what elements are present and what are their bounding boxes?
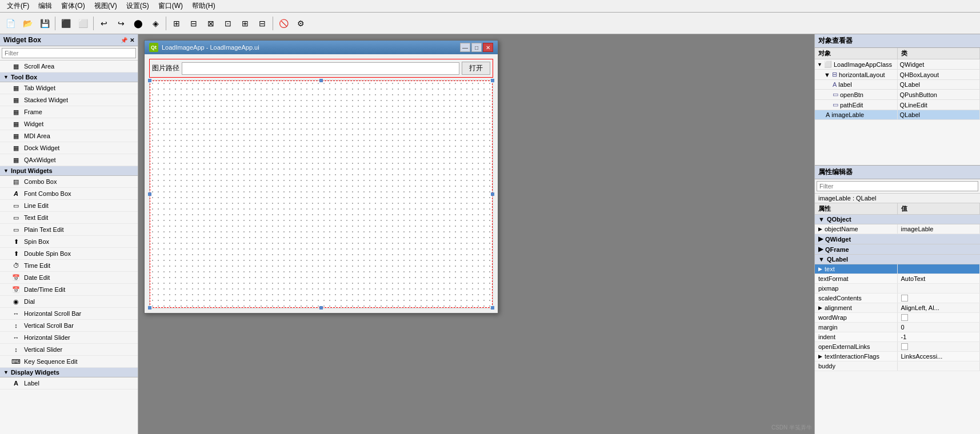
list-item-label[interactable]: A Label (0, 377, 138, 389)
resize-handle-ml[interactable] (148, 192, 151, 196)
list-item-v-scroll-bar[interactable]: ↕ Vertical Scroll Bar (0, 320, 138, 332)
prop-openexternallinks-checkbox[interactable] (901, 343, 908, 350)
prop-row-textinteractionflags[interactable]: ▶ textInteractionFlags LinksAccessi... (815, 352, 980, 361)
prop-row-wordwrap[interactable]: wordWrap (815, 313, 980, 323)
list-item-tab-widget[interactable]: ▦ Tab Widget (0, 82, 138, 94)
menu-file[interactable]: 文件(F) (2, 0, 34, 12)
prop-cell-indent-val[interactable]: -1 (898, 332, 981, 341)
list-item-date-edit[interactable]: 📅 Date Edit (0, 272, 138, 284)
list-item-h-scroll-bar[interactable]: ↔ Horizontal Scroll Bar (0, 308, 138, 320)
prop-cell-pixmap-val[interactable] (898, 284, 981, 293)
list-item-double-spin-box[interactable]: ⬆ Double Spin Box (0, 248, 138, 260)
prop-row-indent[interactable]: indent -1 (815, 332, 980, 342)
widget-box-pin-btn[interactable]: 📌 (121, 37, 127, 43)
list-item-spin-box[interactable]: ⬆ Spin Box (0, 236, 138, 248)
inspector-row-5[interactable]: A imageLable QLabel (815, 110, 980, 120)
list-item-v-slider[interactable]: ↕ Vertical Slider (0, 344, 138, 356)
list-item-combo-box[interactable]: ▤ Combo Box (0, 176, 138, 188)
qt-canvas[interactable] (149, 80, 493, 308)
menu-view[interactable]: 视图(V) (90, 0, 122, 12)
prop-row-textformat[interactable]: textFormat AutoText (815, 274, 980, 284)
prop-filter-input[interactable] (817, 181, 978, 191)
category-tool-box[interactable]: ▼ Tool Box (0, 73, 138, 82)
toolbar-btn15[interactable]: ⊟ (254, 15, 270, 31)
qt-maximize-btn[interactable]: □ (471, 43, 482, 52)
prop-row-scaledcontents[interactable]: scaledContents (815, 294, 980, 303)
prop-row-objectname[interactable]: ▶ objectName imageLable (815, 224, 980, 234)
toolbar-btn4[interactable]: ⬛ (58, 15, 74, 31)
toolbar-save-btn[interactable]: 💾 (37, 15, 53, 31)
list-item-dock-widget[interactable]: ▦ Dock Widget (0, 142, 138, 154)
list-item-key-seq-edit[interactable]: ⌨ Key Sequence Edit (0, 356, 138, 368)
toolbar-btn11[interactable]: ⊟ (186, 15, 202, 31)
qt-open-button[interactable]: 打开 (462, 62, 490, 75)
toolbar-open-btn[interactable]: 📂 (19, 15, 35, 31)
prop-row-pixmap[interactable]: pixmap (815, 284, 980, 294)
list-item-text-edit[interactable]: ▭ Text Edit (0, 212, 138, 224)
category-input-widgets[interactable]: ▼ Input Widgets (0, 166, 138, 176)
resize-handle-bc[interactable] (319, 306, 323, 310)
list-item-h-slider[interactable]: ↔ Horizontal Slider (0, 332, 138, 344)
inspector-row-3[interactable]: ▭ openBtn QPushButton (815, 90, 980, 100)
qt-close-btn[interactable]: ✕ (483, 43, 493, 52)
qt-path-edit[interactable] (182, 62, 459, 75)
menu-window[interactable]: 窗口(W) (154, 0, 187, 12)
category-display-widgets[interactable]: ▼ Display Widgets (0, 368, 138, 377)
menu-form[interactable]: 窗体(O) (57, 0, 89, 12)
prop-group-qlabel[interactable]: ▼ QLabel (815, 255, 980, 264)
prop-row-buddy[interactable]: buddy (815, 361, 980, 371)
toolbar-btn14[interactable]: ⊞ (237, 15, 253, 31)
prop-row-margin[interactable]: margin 0 (815, 323, 980, 332)
toolbar-new-btn[interactable]: 📄 (2, 15, 18, 31)
prop-cell-textformat-val[interactable]: AutoText (898, 274, 981, 283)
list-item-mdi-area[interactable]: ▦ MDI Area (0, 130, 138, 142)
list-item-qaxwidget[interactable]: ▦ QAxWidget (0, 154, 138, 166)
list-item-scroll-area[interactable]: ▦ Scroll Area (0, 61, 138, 73)
prop-wordwrap-checkbox[interactable] (901, 314, 908, 321)
resize-handle-mr[interactable] (491, 192, 494, 196)
prop-cell-margin-val[interactable]: 0 (898, 323, 981, 332)
toolbar-btn7[interactable]: ↪ (113, 15, 129, 31)
toolbar-btn8[interactable]: ⬤ (130, 15, 146, 31)
toolbar-btn12[interactable]: ⊠ (203, 15, 219, 31)
menu-settings[interactable]: 设置(S) (122, 0, 154, 12)
toolbar-btn13[interactable]: ⊡ (220, 15, 236, 31)
prop-group-qframe[interactable]: ▶ QFrame (815, 244, 980, 255)
inspector-row-0[interactable]: ▼ ⬜ LoadImageAppClass QWidget (815, 59, 980, 70)
resize-handle-tc[interactable] (319, 79, 323, 82)
list-item-stacked-widget[interactable]: ▦ Stacked Widget (0, 94, 138, 106)
list-item-time-edit[interactable]: ⏱ Time Edit (0, 260, 138, 272)
list-item-line-edit[interactable]: ▭ Line Edit (0, 200, 138, 212)
toolbar-btn10[interactable]: ⊞ (169, 15, 185, 31)
prop-cell-scaledcontents-val[interactable] (898, 294, 981, 303)
resize-handle-tr[interactable] (491, 79, 494, 82)
toolbar-btn5[interactable]: ⬜ (75, 15, 91, 31)
menu-help[interactable]: 帮助(H) (187, 0, 220, 12)
list-item-frame[interactable]: ▦ Frame (0, 106, 138, 118)
resize-handle-bl[interactable] (148, 306, 151, 310)
inspector-row-4[interactable]: ▭ pathEdit QLineEdit (815, 100, 980, 110)
toolbar-btn17[interactable]: ⚙ (293, 15, 309, 31)
prop-cell-textinteractionflags-val[interactable]: LinksAccessi... (898, 352, 981, 361)
list-item-font-combo-box[interactable]: A Font Combo Box (0, 188, 138, 200)
resize-handle-tl[interactable] (148, 79, 151, 82)
qt-minimize-btn[interactable]: — (460, 43, 470, 52)
prop-group-qobject[interactable]: ▼ QObject (815, 215, 980, 224)
list-item-datetime-edit[interactable]: 📅 Date/Time Edit (0, 284, 138, 296)
prop-cell-alignment-val[interactable]: AlignLeft, Al... (898, 303, 981, 312)
toolbar-btn9[interactable]: ◈ (147, 15, 163, 31)
widget-box-close-btn[interactable]: ✕ (130, 37, 134, 43)
prop-cell-openexternallinks-val[interactable] (898, 342, 981, 351)
inspector-row-1[interactable]: ▼ ⊟ horizontalLayout QHBoxLayout (815, 70, 980, 80)
prop-group-qwidget[interactable]: ▶ QWidget (815, 234, 980, 244)
prop-cell-text-val[interactable] (898, 264, 981, 274)
prop-row-openexternallinks[interactable]: openExternalLinks (815, 342, 980, 352)
inspector-row-2[interactable]: A label QLabel (815, 80, 980, 90)
widget-filter-input[interactable] (2, 48, 136, 58)
prop-row-text[interactable]: ▶ text (815, 264, 980, 274)
toolbar-btn6[interactable]: ↩ (96, 15, 112, 31)
menu-edit[interactable]: 编辑 (34, 0, 57, 12)
prop-cell-buddy-val[interactable] (898, 361, 981, 371)
toolbar-btn16[interactable]: 🚫 (275, 15, 291, 31)
prop-cell-objectname-val[interactable]: imageLable (898, 224, 981, 234)
